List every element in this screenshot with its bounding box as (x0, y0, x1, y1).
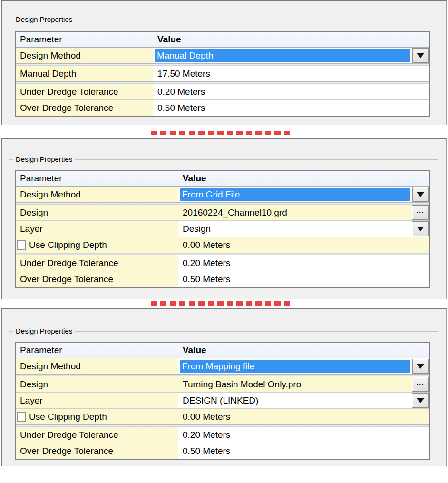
param-design-method: Design Method (16, 48, 153, 63)
param-under-dredge-tolerance: Under Dredge Tolerance (16, 84, 153, 99)
table-row: Over Dredge Tolerance 0.50 Meters (16, 100, 429, 116)
table-row: Layer DESIGN (LINKED) (16, 393, 429, 408)
combobox-selected-value[interactable]: Manual Depth (154, 48, 411, 63)
value-layer-cell[interactable]: DESIGN (LINKED) (178, 393, 429, 408)
chevron-down-icon (417, 398, 424, 403)
table-row: Use Clipping Depth 0.00 Meters (16, 237, 429, 253)
value-under-dredge-tolerance[interactable]: 0.20 Meters (178, 427, 429, 443)
design-method-combobox[interactable]: Manual Depth (154, 48, 429, 63)
screen: Design Properties Parameter Value Design… (0, 0, 448, 483)
param-use-clipping-depth: Use Clipping Depth (16, 409, 178, 424)
layer-selected-value: DESIGN (LINKED) (183, 395, 258, 406)
browse-file-button[interactable]: ... (412, 377, 429, 392)
value-clipping-depth[interactable]: 0.00 Meters (178, 409, 429, 424)
use-clipping-depth-checkbox[interactable] (17, 240, 26, 250)
param-manual-depth: Manual Depth (16, 66, 153, 81)
table-row: Over Dredge Tolerance 0.50 Meters (16, 443, 429, 459)
param-design: Design (16, 376, 178, 392)
design-file-name: Turning Basin Model Only.pro (183, 379, 301, 390)
groupbox-title: Design Properties (13, 155, 75, 164)
value-over-dredge-tolerance[interactable]: 0.50 Meters (153, 100, 429, 116)
table-row: Design Method From Mapping file (16, 358, 429, 374)
table-row: Design Method Manual Depth (16, 48, 429, 63)
param-over-dredge-tolerance: Over Dredge Tolerance (16, 100, 153, 116)
combobox-selected-value[interactable]: From Grid File (179, 187, 411, 202)
table-row: Under Dredge Tolerance 0.20 Meters (16, 255, 429, 271)
combobox-selected-value[interactable]: From Mapping file (179, 359, 411, 374)
value-over-dredge-tolerance[interactable]: 0.50 Meters (178, 271, 429, 287)
param-over-dredge-tolerance: Over Dredge Tolerance (16, 271, 178, 287)
param-under-dredge-tolerance: Under Dredge Tolerance (16, 255, 178, 271)
value-clipping-depth[interactable]: 0.00 Meters (178, 237, 429, 253)
value-design-method-cell: Manual Depth (153, 48, 429, 63)
groupbox-title: Design Properties (13, 327, 75, 335)
value-design-file[interactable]: Turning Basin Model Only.pro ... (178, 376, 429, 392)
layer-selected-value: Design (183, 224, 211, 234)
design-method-combobox[interactable]: From Grid File (179, 187, 429, 202)
chevron-down-icon (417, 192, 424, 197)
value-manual-depth[interactable]: 17.50 Meters (153, 66, 429, 81)
param-layer: Layer (16, 221, 178, 237)
layer-dropdown-button[interactable] (412, 221, 429, 236)
design-properties-window-2: Design Properties Parameter Value Design… (1, 138, 447, 299)
browse-file-button[interactable]: ... (412, 205, 429, 220)
param-design: Design (16, 205, 178, 220)
combobox-dropdown-button[interactable] (412, 359, 429, 374)
param-over-dredge-tolerance: Over Dredge Tolerance (16, 443, 178, 459)
chevron-down-icon (417, 53, 424, 58)
red-dashed-separator (151, 301, 291, 306)
param-under-dredge-tolerance: Under Dredge Tolerance (16, 427, 178, 443)
red-dashed-separator (151, 131, 291, 135)
value-over-dredge-tolerance[interactable]: 0.50 Meters (178, 443, 429, 459)
layer-dropdown-button[interactable] (412, 393, 429, 408)
ellipsis-icon: ... (417, 380, 424, 388)
value-design-file[interactable]: 20160224_Channel10.grd ... (178, 205, 429, 220)
value-column-header: Value (178, 171, 429, 186)
chevron-down-icon (417, 227, 424, 231)
param-design-method: Design Method (16, 358, 178, 374)
parameter-column-header: Parameter (16, 171, 178, 186)
table-row: Use Clipping Depth 0.00 Meters (16, 409, 429, 424)
groupbox-title: Design Properties (13, 15, 75, 24)
value-under-dredge-tolerance[interactable]: 0.20 Meters (178, 255, 429, 271)
properties-table: Parameter Value Design Method From Mappi… (15, 342, 430, 460)
use-clipping-depth-checkbox[interactable] (17, 412, 26, 422)
value-layer-cell[interactable]: Design (178, 221, 429, 237)
table-row: Under Dredge Tolerance 0.20 Meters (16, 427, 429, 443)
table-row: Design Method From Grid File (16, 187, 429, 202)
combobox-dropdown-button[interactable] (412, 187, 429, 202)
chevron-down-icon (417, 364, 424, 369)
value-design-method-cell: From Grid File (178, 187, 429, 202)
combobox-dropdown-button[interactable] (412, 48, 429, 63)
value-under-dredge-tolerance[interactable]: 0.20 Meters (153, 84, 429, 99)
parameter-column-header: Parameter (16, 32, 153, 47)
value-column-header: Value (178, 343, 429, 358)
use-clipping-depth-label: Use Clipping Depth (29, 240, 107, 250)
design-properties-window-3: Design Properties Parameter Value Design… (1, 308, 447, 466)
param-design-method: Design Method (16, 187, 178, 202)
table-row: Under Dredge Tolerance 0.20 Meters (16, 84, 429, 99)
table-header-row: Parameter Value (16, 32, 429, 48)
properties-table: Parameter Value Design Method Manual Dep… (15, 31, 430, 117)
ellipsis-icon: ... (417, 208, 424, 217)
table-row: Layer Design (16, 221, 429, 237)
properties-table: Parameter Value Design Method From Grid … (15, 170, 430, 288)
table-row: Over Dredge Tolerance 0.50 Meters (16, 271, 429, 287)
param-layer: Layer (16, 393, 178, 408)
table-row: Design 20160224_Channel10.grd ... (16, 205, 429, 220)
table-row: Design Turning Basin Model Only.pro ... (16, 376, 429, 392)
value-design-method-cell: From Mapping file (178, 358, 429, 374)
table-header-row: Parameter Value (16, 343, 429, 358)
use-clipping-depth-label: Use Clipping Depth (29, 412, 107, 422)
table-row: Manual Depth 17.50 Meters (16, 66, 429, 81)
design-file-name: 20160224_Channel10.grd (183, 207, 287, 218)
table-header-row: Parameter Value (16, 171, 429, 187)
design-method-combobox[interactable]: From Mapping file (179, 359, 429, 374)
design-properties-window-1: Design Properties Parameter Value Design… (1, 0, 447, 125)
parameter-column-header: Parameter (16, 343, 178, 358)
value-column-header: Value (153, 32, 429, 47)
param-use-clipping-depth: Use Clipping Depth (16, 237, 178, 253)
